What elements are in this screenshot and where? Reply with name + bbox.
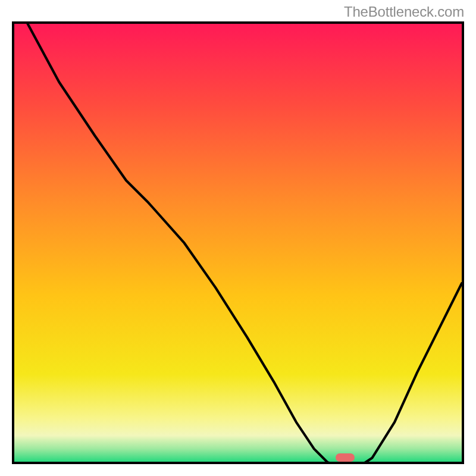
- plot-area: [12, 21, 464, 464]
- chart-container: TheBottleneck.com: [0, 0, 476, 476]
- bottleneck-curve: [14, 24, 462, 464]
- optimal-marker: [336, 453, 355, 462]
- watermark-label: TheBottleneck.com: [344, 4, 464, 20]
